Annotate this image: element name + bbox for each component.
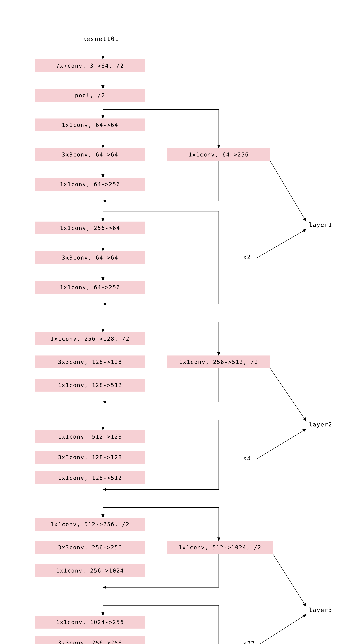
l3-shortcut: 1x1conv, 512->1024, /2 [167, 541, 273, 554]
l3-repeat-label: x22 [243, 640, 255, 644]
l3-first-conv2: 3x3conv, 256->256 [35, 541, 145, 554]
l2-rep-conv3: 1x1conv, 128->512 [35, 472, 145, 484]
svg-line-63 [257, 429, 306, 458]
l1-rep-conv1: 1x1conv, 256->64 [35, 222, 145, 234]
l3-first-conv3: 1x1conv, 256->1024 [35, 564, 145, 577]
l2-first-conv1: 1x1conv, 256->128, /2 [35, 332, 145, 345]
l3-first-conv1: 1x1conv, 512->256, /2 [35, 518, 145, 531]
svg-line-61 [257, 229, 306, 258]
svg-line-65 [260, 614, 306, 644]
l2-first-conv2: 3x3conv, 128->128 [35, 356, 145, 368]
svg-line-62 [270, 161, 306, 222]
l2-rep-conv1: 1x1conv, 512->128 [35, 430, 145, 443]
layer3-label: layer3 [309, 607, 332, 613]
l1-first-conv1: 1x1conv, 64->64 [35, 118, 145, 132]
l2-rep-conv2: 3x3conv, 128->128 [35, 451, 145, 464]
svg-line-66 [273, 554, 306, 607]
l2-repeat-label: x3 [243, 455, 251, 461]
l3-rep-conv1: 1x1conv, 1024->256 [35, 616, 145, 628]
diagram-canvas: Resnet101 7x7conv, 3->64, /2 pool, /2 1x… [0, 0, 351, 644]
l1-first-conv2: 3x3conv, 64->64 [35, 148, 145, 161]
svg-line-64 [270, 368, 306, 421]
l2-first-conv3: 1x1conv, 128->512 [35, 379, 145, 392]
layer2-label: layer2 [309, 421, 332, 428]
l1-repeat-label: x2 [243, 254, 251, 260]
stem-conv: 7x7conv, 3->64, /2 [35, 59, 145, 72]
l1-first-conv3: 1x1conv, 64->256 [35, 178, 145, 190]
diagram-title: Resnet101 [82, 36, 119, 42]
layer1-label: layer1 [309, 222, 332, 228]
l1-rep-conv3: 1x1conv, 64->256 [35, 281, 145, 294]
l1-rep-conv2: 3x3conv, 64->64 [35, 251, 145, 264]
l2-shortcut: 1x1conv, 256->512, /2 [167, 356, 270, 368]
stem-pool: pool, /2 [35, 89, 145, 102]
l3-rep-conv2: 3x3conv, 256->256 [35, 636, 145, 644]
l1-shortcut: 1x1conv, 64->256 [167, 148, 270, 161]
